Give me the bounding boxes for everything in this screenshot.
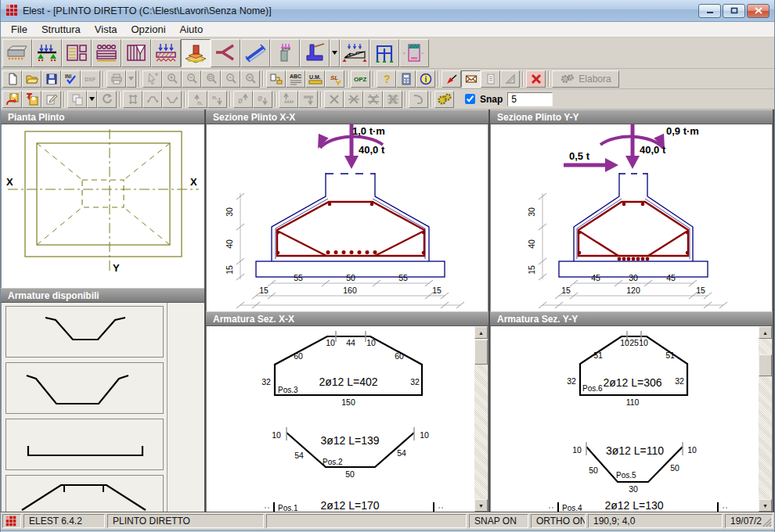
scroll-thumb[interactable] <box>474 340 488 365</box>
options-icon[interactable]: OPZ <box>351 70 370 88</box>
rebar-shape-item-3[interactable] <box>5 419 164 470</box>
report-icon[interactable] <box>481 70 500 88</box>
armatura-yy-area[interactable]: 10 25 10 51 51 32 32 Pos.6 2ø12 L=306 11… <box>490 326 773 512</box>
load-icon[interactable] <box>151 39 181 67</box>
ini-settings-icon[interactable]: INI <box>61 70 81 88</box>
text-settings-icon[interactable]: ABC <box>286 70 305 88</box>
load-rebar-icon[interactable] <box>22 91 41 108</box>
units-icon[interactable]: U.M. <box>305 70 325 88</box>
bars-count-up-icon[interactable]: n. <box>188 91 207 108</box>
armatura-xx-area[interactable]: 10 44 10 60 60 32 32 Pos.3 2ø12 L=402 15… <box>206 326 488 512</box>
bars-count-down-icon[interactable]: n. <box>207 91 227 108</box>
zoom-in-icon[interactable] <box>162 70 182 88</box>
column-section-icon[interactable] <box>399 39 429 67</box>
delete-zone-icon[interactable] <box>363 91 383 108</box>
menu-struttura[interactable]: Struttura <box>34 23 88 36</box>
print-icon[interactable] <box>106 70 126 88</box>
sezione-xx-header: Sezione Plinto X-X <box>206 110 488 124</box>
zoom-extents-icon[interactable] <box>240 70 260 88</box>
armature-list[interactable] <box>1 303 204 512</box>
resize-grip[interactable] <box>762 518 772 527</box>
delete-all-icon[interactable] <box>383 91 402 108</box>
zoom-previous-icon[interactable] <box>221 70 240 88</box>
open-file-icon[interactable] <box>22 70 41 88</box>
menu-opzioni[interactable]: Opzioni <box>124 23 172 36</box>
pianta-drawing-area[interactable]: X X Y <box>1 124 204 288</box>
frame-icon[interactable] <box>369 39 399 67</box>
scroll-down-button[interactable]: ▼ <box>759 499 772 512</box>
dxf-export-icon[interactable]: DXF <box>81 70 100 88</box>
snap-value-input[interactable] <box>507 92 553 106</box>
status-ortho[interactable]: ORTHO ON <box>531 514 586 528</box>
zoom-window-icon[interactable] <box>201 70 221 88</box>
truss-icon[interactable] <box>340 39 369 67</box>
print-dropdown-arrow[interactable] <box>126 70 136 88</box>
slab-icon[interactable] <box>92 39 121 67</box>
inclined-beam-icon[interactable] <box>240 39 270 67</box>
dim-h1-left: 55 <box>294 273 303 282</box>
new-file-icon[interactable] <box>2 70 22 88</box>
rebar-shape-item-2[interactable] <box>5 362 164 414</box>
delete-bar-icon[interactable] <box>324 91 344 108</box>
node-icon[interactable] <box>211 39 240 67</box>
armatura-xx-scrollbar[interactable]: ▲ ▼ <box>474 326 488 512</box>
maximize-button[interactable] <box>723 4 745 18</box>
delete-shape-icon[interactable] <box>344 91 363 108</box>
bar-shape-down-icon[interactable] <box>162 91 182 108</box>
select-pointer-icon[interactable] <box>142 70 162 88</box>
continuous-footing-icon[interactable] <box>2 39 32 67</box>
diameter-down-icon[interactable]: ø <box>253 91 272 108</box>
menu-vista[interactable]: Vista <box>88 23 124 36</box>
snap-checkbox[interactable] <box>465 94 475 104</box>
scroll-up-button[interactable]: ▲ <box>474 326 488 339</box>
edit-drawing-icon[interactable] <box>41 91 61 108</box>
bar1-dim: 32 <box>261 377 271 386</box>
rebar-shape-item-1[interactable] <box>5 306 164 358</box>
wall-icon[interactable] <box>62 39 92 67</box>
svg-text:n.: n. <box>197 99 203 106</box>
save-file-icon[interactable] <box>41 70 61 88</box>
menu-file[interactable]: File <box>4 23 34 36</box>
save-rebar-icon[interactable] <box>2 91 22 108</box>
minimize-button[interactable] <box>698 4 721 18</box>
export-tree-icon[interactable] <box>266 70 286 88</box>
info-icon[interactable]: i <box>416 70 435 88</box>
status-bar: ELEST 6.4.2 PLINTO DIRETTO SNAP ON ORTHO… <box>1 512 774 531</box>
spacing-down-icon[interactable] <box>298 91 318 108</box>
beam-icon[interactable] <box>32 39 62 67</box>
armatura-yy-header: Armatura Sez. Y-Y <box>490 311 773 326</box>
armatura-yy-scrollbar[interactable]: ▲ ▼ <box>759 326 772 512</box>
elabora-button[interactable]: Elabora <box>552 70 619 88</box>
scroll-thumb[interactable] <box>759 354 772 376</box>
sezione-yy-drawing-area[interactable]: 0,9 t·m 40,0 t 0,5 t <box>490 124 773 311</box>
scroll-down-button[interactable]: ▼ <box>474 499 488 512</box>
rebar-shape-item-4[interactable] <box>5 475 164 512</box>
bar-shape-up-icon[interactable] <box>142 91 162 108</box>
pad-footing-icon[interactable] <box>181 39 211 67</box>
structure-dropdown-arrow[interactable] <box>330 39 340 67</box>
status-snap[interactable]: SNAP ON <box>469 514 528 528</box>
column-stub-icon[interactable] <box>123 91 142 108</box>
copy-rebar-icon[interactable] <box>67 91 87 108</box>
refresh-icon[interactable] <box>97 91 117 108</box>
safety-factors-icon[interactable]: SL <box>325 70 344 88</box>
sezione-xx-drawing-area[interactable]: 1,0 t·m 40,0 t <box>206 124 488 311</box>
delete-icon[interactable] <box>526 70 546 88</box>
envelope-icon[interactable] <box>461 70 481 88</box>
zoom-out-icon[interactable] <box>182 70 201 88</box>
spacing-up-icon[interactable] <box>279 91 298 108</box>
copy-dropdown-arrow[interactable] <box>87 91 97 108</box>
close-button[interactable] <box>747 4 770 18</box>
menu-aiuto[interactable]: Aiuto <box>173 23 211 36</box>
scroll-up-button[interactable]: ▲ <box>759 326 772 339</box>
calculator-icon[interactable] <box>396 70 416 88</box>
verify-gears-icon[interactable] <box>434 91 454 108</box>
hook-icon[interactable] <box>409 91 428 108</box>
deck-icon[interactable] <box>121 39 151 67</box>
column-icon[interactable] <box>270 39 300 67</box>
drawing-tools-icon[interactable] <box>500 70 520 88</box>
help-icon[interactable]: ? <box>377 70 396 88</box>
retaining-wall-icon[interactable] <box>300 39 330 67</box>
diameter-up-icon[interactable]: ø <box>233 91 253 108</box>
marker-icon[interactable] <box>442 70 461 88</box>
